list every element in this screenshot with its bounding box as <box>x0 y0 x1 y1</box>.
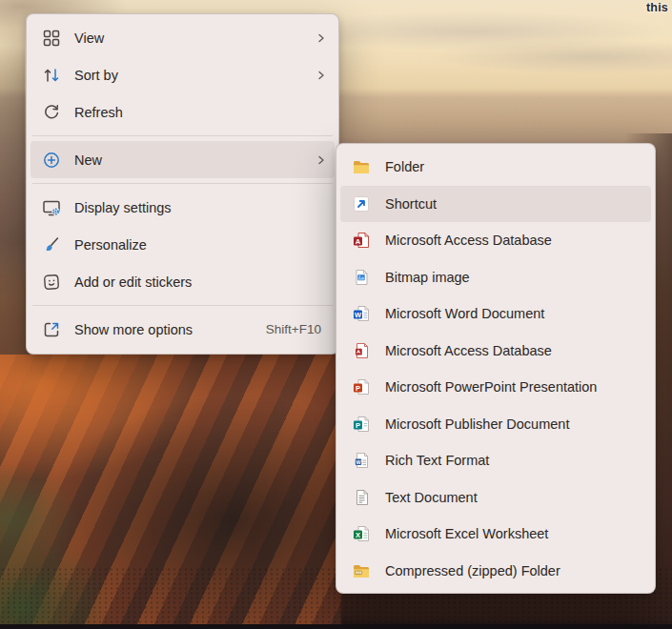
submenu-item-rich-text-format[interactable]: W Rich Text Format <box>340 442 651 479</box>
access-database-icon: A <box>352 231 371 250</box>
submenu-item-folder[interactable]: Folder <box>340 149 651 186</box>
desktop-context-menu: View Sort by Refresh <box>26 13 339 355</box>
access-database-file-icon <box>352 341 371 360</box>
menu-item-label: Sort by <box>74 68 308 83</box>
chevron-right-icon <box>316 154 327 166</box>
menu-item-view[interactable]: View <box>31 19 335 56</box>
text-document-icon <box>352 488 371 507</box>
submenu-item-access-database-file[interactable]: Microsoft Access Database <box>340 333 651 370</box>
menu-item-show-more-options[interactable]: Show more options Shift+F10 <box>31 311 335 348</box>
bottom-dark-strip <box>0 624 672 629</box>
menu-item-refresh[interactable]: Refresh <box>31 93 335 131</box>
personalize-brush-icon <box>42 235 61 254</box>
menu-item-label: Add or edit stickers <box>74 274 327 290</box>
menu-item-new[interactable]: New <box>31 141 335 178</box>
submenu-item-shortcut[interactable]: Shortcut <box>340 186 651 223</box>
menu-item-shortcut: Shift+F10 <box>266 322 321 336</box>
rich-text-format-icon: W <box>352 451 371 470</box>
publisher-document-icon: P <box>352 415 371 434</box>
new-plus-icon <box>42 151 61 170</box>
svg-text:W: W <box>355 311 362 319</box>
submenu-item-label: Microsoft Publisher Document <box>385 416 643 432</box>
submenu-item-excel-worksheet[interactable]: X Microsoft Excel Worksheet <box>340 516 651 553</box>
submenu-item-label: Microsoft PowerPoint Presentation <box>385 379 643 395</box>
shortcut-arrow-icon <box>352 194 371 213</box>
submenu-item-text-document[interactable]: Text Document <box>340 479 651 517</box>
powerpoint-presentation-icon: P <box>352 377 371 396</box>
submenu-item-bitmap-image[interactable]: Bitmap image <box>340 259 651 296</box>
bitmap-image-icon <box>352 268 371 287</box>
menu-item-label: Personalize <box>74 237 327 253</box>
menu-item-personalize[interactable]: Personalize <box>31 226 335 263</box>
submenu-item-word-document[interactable]: W Microsoft Word Document <box>340 295 651 333</box>
submenu-item-label: Shortcut <box>385 196 643 212</box>
view-grid-icon <box>42 29 61 48</box>
menu-item-label: Show more options <box>74 322 266 337</box>
submenu-item-label: Bitmap image <box>385 270 643 285</box>
menu-separator <box>32 305 333 306</box>
desktop-icon-label[interactable]: this <box>646 1 668 14</box>
submenu-item-access-database[interactable]: A Microsoft Access Database <box>340 222 651 259</box>
word-document-icon: W <box>352 304 371 323</box>
sticker-icon <box>42 273 61 292</box>
menu-item-add-stickers[interactable]: Add or edit stickers <box>31 263 335 300</box>
submenu-item-label: Microsoft Word Document <box>385 306 643 321</box>
submenu-item-powerpoint-presentation[interactable]: P Microsoft PowerPoint Presentation <box>340 369 651 406</box>
svg-text:X: X <box>356 531 360 539</box>
menu-item-display-settings[interactable]: Display settings <box>31 189 335 226</box>
submenu-item-label: Microsoft Access Database <box>385 343 643 358</box>
menu-item-label: Refresh <box>74 105 327 120</box>
sort-arrows-icon <box>42 66 61 85</box>
chevron-right-icon <box>316 32 327 44</box>
chevron-right-icon <box>316 70 327 81</box>
svg-text:A: A <box>356 237 361 246</box>
submenu-item-label: Text Document <box>385 490 643 505</box>
submenu-item-label: Microsoft Access Database <box>385 233 643 248</box>
new-submenu: Folder Shortcut A Microsoft Access Datab… <box>336 143 656 594</box>
svg-text:P: P <box>356 420 360 429</box>
submenu-item-label: Microsoft Excel Worksheet <box>385 526 643 541</box>
wallpaper-left-shade <box>0 29 25 295</box>
excel-worksheet-icon: X <box>352 524 371 543</box>
menu-item-label: View <box>74 30 308 46</box>
submenu-item-publisher-document[interactable]: P Microsoft Publisher Document <box>340 406 651 443</box>
svg-text:P: P <box>356 384 360 393</box>
submenu-item-label: Folder <box>385 159 643 174</box>
menu-separator <box>32 135 333 136</box>
submenu-item-zip-folder[interactable]: Compressed (zipped) Folder <box>340 553 651 590</box>
folder-icon <box>352 157 371 176</box>
refresh-icon <box>42 103 61 122</box>
zip-folder-icon <box>352 561 371 580</box>
menu-item-sort-by[interactable]: Sort by <box>31 56 335 93</box>
submenu-item-label: Compressed (zipped) Folder <box>385 563 643 578</box>
show-more-icon <box>42 320 61 339</box>
menu-separator <box>32 183 333 184</box>
display-settings-icon <box>42 198 61 217</box>
menu-item-label: Display settings <box>74 200 327 215</box>
submenu-item-label: Rich Text Format <box>385 453 643 468</box>
menu-item-label: New <box>74 152 308 168</box>
